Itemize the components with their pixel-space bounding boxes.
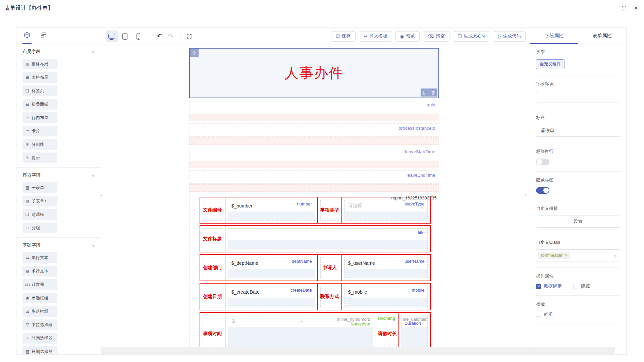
preview-button[interactable]: ◉预览 <box>395 31 420 42</box>
hidden-field-processInstanceId[interactable]: processInstanceId <box>189 123 439 145</box>
palette-item-group[interactable]: □分组 <box>22 223 57 233</box>
palette-item-textarea[interactable]: ▤多行文本 <box>22 266 57 277</box>
field-cell-dept[interactable]: $_deptName deptName <box>225 255 317 281</box>
palette-item-subform[interactable]: ▦子表单 <box>22 182 57 193</box>
collapse-right-panel-handle[interactable]: › <box>525 188 530 201</box>
field-cell-create-date[interactable]: $_createDate createDate <box>225 284 317 310</box>
palette-item-label: 标签页 <box>32 88 44 94</box>
tab-outline-tree[interactable] <box>40 28 47 44</box>
palette-item-alert[interactable]: ⚠提示 <box>22 153 57 163</box>
table-row: 创建部门 $_deptName deptName 申请人 <box>200 254 431 281</box>
palette-item-label: 子表单 <box>32 185 44 191</box>
expand-canvas-icon[interactable] <box>186 34 192 39</box>
horizontal-scrollbar[interactable] <box>101 347 615 354</box>
field-bind-tag: leavedate <box>351 321 370 326</box>
custom-class-select[interactable]: formheader × ∨ <box>536 249 620 261</box>
import-template-button[interactable]: ↩导入模板 <box>359 31 392 42</box>
collapse-left-panel-handle[interactable]: ‹ <box>101 188 106 201</box>
palette-item-grid-layout[interactable]: ▥栅格布局 <box>22 59 57 69</box>
palette-item-label: 多行文本 <box>32 268 48 274</box>
palette-section-header[interactable]: 容器字段∨ <box>22 172 95 178</box>
label-cell-dept[interactable]: 创建部门 <box>200 255 225 281</box>
label-cell-create-date[interactable]: 创建日期 <box>200 284 225 310</box>
tab-field-properties[interactable]: 字段属性 <box>530 28 578 44</box>
designer-toolbar: ↶ ↷ ☑保存↩导入模板◉预览⌫清空❐生成JSON⟨⟩生成代码 <box>101 28 530 45</box>
label-cell-applicant[interactable]: 申请人 <box>317 255 341 281</box>
palette-item-inline-layout[interactable]: ⋯行内布局 <box>22 112 57 123</box>
button-label: 生成JSON <box>464 33 485 39</box>
label-wrap-group: 标签换行 <box>536 143 620 172</box>
range-separator: - <box>301 318 302 324</box>
palette-item-table-layout[interactable]: ⊞表格布局 <box>22 72 57 83</box>
hidden-checkbox[interactable] <box>573 284 578 289</box>
date-picker-icon: ▦ <box>24 349 30 354</box>
palette-item-input[interactable]: ▭单行文本 <box>22 252 57 263</box>
palette-item-date-picker[interactable]: ▦日期选择器 <box>22 346 57 354</box>
field-cell-number[interactable]: $_number number <box>225 197 317 223</box>
field-bind-tag: shichang <box>378 316 395 321</box>
data-binding-checkbox[interactable] <box>536 284 541 289</box>
tab-form-properties[interactable]: 表单属性 <box>578 28 626 44</box>
label-wrap-toggle[interactable] <box>536 159 549 165</box>
save-button[interactable]: ☑保存 <box>331 31 356 42</box>
label-cell-title[interactable]: 文件标题 <box>200 226 225 252</box>
palette-item-radio-group[interactable]: ◉单选框组 <box>22 293 57 303</box>
device-phone-button[interactable] <box>132 31 145 42</box>
field-value: $_createDate <box>231 289 260 295</box>
palette-item-label: 日期选择器 <box>32 349 53 355</box>
palette-item-select[interactable]: ▽下拉选择框 <box>22 319 57 330</box>
close-icon[interactable]: × <box>633 5 639 11</box>
palette-item-time-picker[interactable]: ◔时间选择器 <box>22 333 57 344</box>
remove-tag-icon[interactable]: × <box>565 253 567 258</box>
field-cell-leave-type[interactable]: 请选择 leaveType ∨ <box>341 197 430 223</box>
tab-component-library[interactable] <box>24 28 30 44</box>
custom-class-group: 自定义Class formheader × ∨ <box>536 234 620 268</box>
template-settings-button[interactable]: 设置 <box>536 216 620 228</box>
palette-item-subform-plus[interactable]: ▧子表单+ <box>22 196 57 206</box>
generate-code-button[interactable]: ⟨⟩生成代码 <box>493 31 526 42</box>
label-cell-number[interactable]: 文件编号 <box>200 197 225 223</box>
move-handle-icon[interactable] <box>190 49 199 57</box>
delete-icon[interactable] <box>429 88 437 97</box>
field-id-input[interactable] <box>536 91 620 103</box>
palette-item-checkbox-group[interactable]: ☑多选框组 <box>22 306 57 317</box>
chevron-down-icon: ∨ <box>614 253 616 258</box>
button-label: 预览 <box>406 33 415 39</box>
palette-item-tabs[interactable]: ❏标签页 <box>22 85 57 96</box>
undo-icon[interactable]: ↶ <box>157 32 163 40</box>
title-input[interactable] <box>536 125 620 137</box>
label-cell-mobile[interactable]: 联系方式 <box>317 284 341 310</box>
palette-item-dialog[interactable]: ❐对话框 <box>22 209 57 220</box>
palette-item-collapse-panel[interactable]: ⊟折叠面板 <box>22 99 57 110</box>
fullscreen-toggle-icon[interactable] <box>621 5 627 11</box>
copy-icon[interactable] <box>421 88 429 97</box>
device-desktop-button[interactable] <box>106 31 118 42</box>
palette-item-counter[interactable]: 123计数器 <box>22 279 57 290</box>
palette-item-label: 单选框组 <box>32 295 48 301</box>
toolbar-actions: ☑保存↩导入模板◉预览⌫清空❐生成JSON⟨⟩生成代码 <box>331 31 526 42</box>
palette-item-card[interactable]: ▭卡片 <box>22 126 57 136</box>
chevron-down-icon: ∨ <box>92 173 95 178</box>
field-cell-title[interactable]: title <box>225 226 430 252</box>
hidden-field-guid[interactable]: guid <box>189 100 439 121</box>
clear-button[interactable]: ⌫清空 <box>423 31 449 42</box>
form-header-component[interactable]: 人事办件 <box>189 48 439 98</box>
required-checkbox[interactable] <box>536 312 541 317</box>
device-tablet-button[interactable] <box>119 31 131 42</box>
hidden-field-leaveStartTime[interactable]: leaveStartTime <box>189 147 439 168</box>
hide-label-toggle[interactable] <box>536 187 549 194</box>
label-cell-leave-type[interactable]: 事项类型 <box>317 197 341 223</box>
field-cell-applicant[interactable]: $_userName userName <box>341 255 430 281</box>
generate-json-button[interactable]: ❐生成JSON <box>453 31 489 42</box>
palette-section-header[interactable]: 布局字段∨ <box>22 49 95 55</box>
palette-item-divider[interactable]: ≡分割线 <box>22 139 57 150</box>
redo-icon[interactable]: ↷ <box>168 32 173 40</box>
field-id-tag: mobile <box>412 288 424 293</box>
form-canvas[interactable]: 人事办件 <box>101 45 530 354</box>
field-cell-mobile[interactable]: $_mobile mobile <box>341 284 430 310</box>
custom-template-group: 自定义模板 设置 <box>536 200 620 234</box>
palette-item-label: 行内布局 <box>32 115 48 121</box>
palette-section-header[interactable]: 基础字段∨ <box>22 242 95 248</box>
card-icon: ▭ <box>24 129 30 133</box>
hidden-field-leaveEndTime[interactable]: leaveEndTime <box>189 170 439 192</box>
